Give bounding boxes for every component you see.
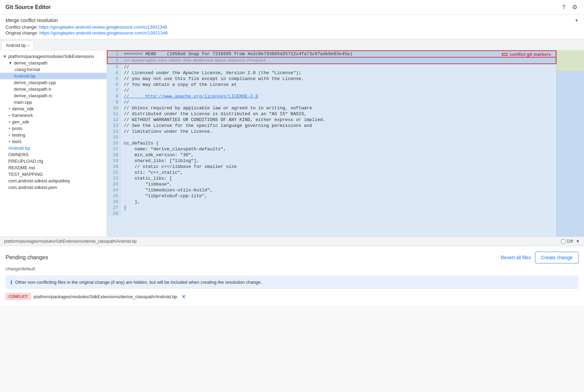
tree-item-tests[interactable]: + tests [0,138,107,145]
line-code: ], [121,199,556,205]
tree-item-derive-classpath-h[interactable]: derive_classpath.h [0,86,107,92]
line-number: 9 [107,99,121,105]
table-row: 2// Copyright (C) 2019 The Android Open … [107,57,556,64]
line-code: // Copyright (C) 2019 The Android Open S… [121,57,556,64]
table-row: 16cc_defaults { [107,140,556,146]
tab-bar: Android.bp × [0,39,584,50]
info-icon: ℹ [10,279,12,285]
conflict-badge: CONFLICT [6,293,31,300]
table-row: 9// [107,99,556,105]
conflict-file-row: CONFLICT platform/packages/modules/SdkEx… [6,293,578,300]
tree-item-testing[interactable]: + testing [0,132,107,138]
table-row: 4// Licensed under the Apache License, V… [107,70,556,76]
line-number: 27 [107,205,121,211]
settings-icon[interactable]: ⚙ [571,3,578,11]
diff-dropdown-arrow[interactable]: ▼ [576,239,580,244]
line-number: 3 [107,64,121,70]
tree-item-readme[interactable]: README.md [0,164,107,171]
tree-item-proto[interactable]: + proto [0,125,107,132]
table-row: 21 stl: "c++_static", [107,170,556,175]
table-row: 23 "libbase", [107,181,556,187]
tree-item-derive-classpath-cpp[interactable]: derive_classpath.cpp [0,79,107,86]
line-code: name: "derive_classpath-defaults", [121,146,556,152]
help-icon[interactable]: ? [560,3,567,11]
line-code: stl: "c++_static", [121,170,556,175]
tree-item-pem[interactable]: com.android.sdkext.pem [0,184,107,191]
tree-item-derive-classpath[interactable]: ▼ derive_classpath [0,60,107,66]
line-code: // you may not use this file except in c… [121,76,556,82]
pending-title: Pending changes [6,254,48,261]
code-editor[interactable]: conflict git markers 1<<<<<<< HEAD (1058… [107,50,556,237]
line-code [121,134,556,140]
conflict-change-link[interactable]: https://googleplex-android-review.google… [39,24,167,30]
pending-section: Pending changes Revert all files Create … [0,246,584,305]
merge-info-dropdown[interactable]: ▼ [575,18,578,22]
diff-checkbox[interactable]: Diff [561,239,573,244]
table-row: 26 ], [107,199,556,205]
tree-item-clang-format[interactable]: .clang-format [0,66,107,73]
tree-item-derive-sdk[interactable]: + derive_sdk [0,105,107,112]
line-number: 7 [107,88,121,93]
line-code: // Unless required by applicable law or … [121,105,556,111]
line-code: // limitations under the License. [121,129,556,134]
line-number: 1 [107,51,121,57]
tree-item-main-cpp[interactable]: main.cpp [0,99,107,105]
line-code: "libbase", [121,181,556,187]
table-row: 27} [107,205,556,211]
create-change-button[interactable]: Create change [535,252,578,263]
table-row: 7// [107,88,556,93]
line-code: static_libs: [ [121,175,556,181]
line-number: 24 [107,187,121,193]
table-row: 3// [107,64,556,70]
line-code: "libmodules-utils-build", [121,187,556,193]
table-row: 5// you may not use this file except in … [107,76,556,82]
conflict-bracket [502,53,507,56]
original-change-link[interactable]: https://googleplex-android-review.google… [39,30,168,36]
conflict-close-icon[interactable]: ✕ [181,293,186,300]
minimap-highlight [557,50,584,71]
table-row: 10// Unless required by applicable law o… [107,105,556,111]
tree-item-framework[interactable]: + framework [0,112,107,119]
pending-header: Pending changes Revert all files Create … [6,252,578,263]
tree-item-owners[interactable]: OWNERS [0,151,107,158]
line-number: 8 [107,93,121,99]
diff-checkbox-input[interactable] [561,239,565,244]
table-row: 14// limitations under the License. [107,129,556,134]
line-code: // WITHOUT WARRANTIES OR CONDITIONS OF A… [121,117,556,123]
status-right: Diff ▼ [561,239,580,244]
line-number: 17 [107,146,121,152]
code-table: 1<<<<<<< HEAD (1058a6 Snap for 7216685 f… [107,50,556,217]
status-bar: platform/packages/modules/SdkExtensions/… [0,237,584,246]
tree-item-gen-sdk[interactable]: + gen_sdk [0,119,107,125]
line-number: 13 [107,123,121,129]
line-code: "libprotobuf-cpp-lite", [121,193,556,199]
line-number: 20 [107,164,121,170]
tree-item-test-mapping[interactable]: TEST_MAPPING [0,171,107,178]
minimap [556,50,584,237]
tab-android-bp[interactable]: Android.bp × [1,41,34,50]
table-row: 15 [107,134,556,140]
tree-item-android-bp-selected[interactable]: Android.bp [0,73,107,79]
pending-actions: Revert all files Create change [501,252,578,263]
line-code: min_sdk_version: "30", [121,152,556,158]
line-number: 23 [107,181,121,187]
line-number: 16 [107,140,121,146]
line-number: 21 [107,170,121,175]
line-number: 11 [107,111,121,117]
line-number: 19 [107,158,121,164]
original-change-line: Original change: https://googleplex-andr… [6,30,578,36]
table-row: 17 name: "derive_classpath-defaults", [107,146,556,152]
tab-close-icon[interactable]: × [27,43,29,48]
line-code: // [121,99,556,105]
tree-item-derive-classpath-rc[interactable]: derive_classpath.rc [0,92,107,99]
revert-all-button[interactable]: Revert all files [501,255,531,260]
line-code: // [121,64,556,70]
tree-item-avbpubkey[interactable]: com.android.sdkext.avbpubkey [0,178,107,184]
tree-item-preupload[interactable]: PREUPLOAD.cfg [0,158,107,164]
tree-item-android-bp-root[interactable]: Android.bp [0,145,107,151]
info-banner: ℹ Other non-conflicting files in the ori… [6,275,578,289]
line-code: cc_defaults { [121,140,556,146]
line-number: 26 [107,199,121,205]
tree-root: ▼ platform/packages/modules/SdkExtension… [0,53,107,60]
line-code: shared_libs: ["liblog"], [121,158,556,164]
